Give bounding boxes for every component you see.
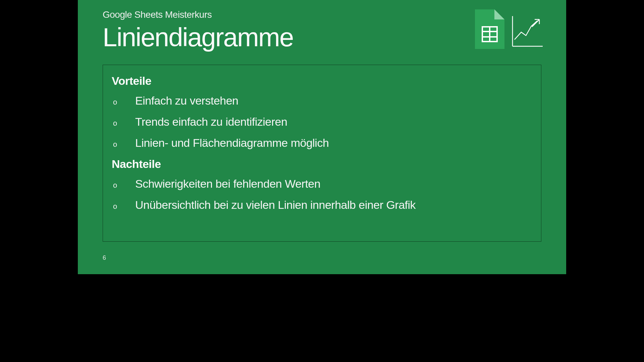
bullet-marker: o — [113, 202, 119, 211]
presentation-slide: Google Sheets Meisterkurs Liniendiagramm… — [78, 0, 566, 274]
bullet-marker: o — [113, 119, 119, 128]
bullet-marker: o — [113, 181, 119, 190]
bullet-marker: o — [113, 98, 119, 107]
bullet-text: Einfach zu verstehen — [135, 94, 238, 107]
bullet-text: Schwierigkeiten bei fehlenden Werten — [135, 177, 320, 190]
advantages-heading: Vorteile — [112, 74, 532, 87]
disadvantages-heading: Nachteile — [112, 158, 532, 171]
list-item: o Einfach zu verstehen — [112, 94, 532, 107]
bullet-text: Linien- und Flächendiagramme möglich — [135, 136, 329, 149]
bullet-marker: o — [113, 140, 119, 149]
letterbox-bar — [78, 274, 566, 362]
svg-line-8 — [532, 19, 539, 27]
list-item: o Trends einfach zu identifizieren — [112, 115, 532, 128]
bullet-text: Trends einfach zu identifizieren — [135, 115, 287, 128]
bullet-text: Unübersichtlich bei zu vielen Linien inn… — [135, 198, 416, 212]
google-sheets-icon — [475, 9, 504, 49]
list-item: o Unübersichtlich bei zu vielen Linien i… — [112, 198, 532, 212]
header-icons — [475, 9, 543, 49]
page-number: 6 — [103, 254, 106, 261]
list-item: o Schwierigkeiten bei fehlenden Werten — [112, 177, 532, 190]
list-item: o Linien- und Flächendiagramme möglich — [112, 136, 532, 149]
line-chart-icon — [512, 16, 543, 47]
content-box: Vorteile o Einfach zu verstehen o Trends… — [103, 65, 541, 242]
